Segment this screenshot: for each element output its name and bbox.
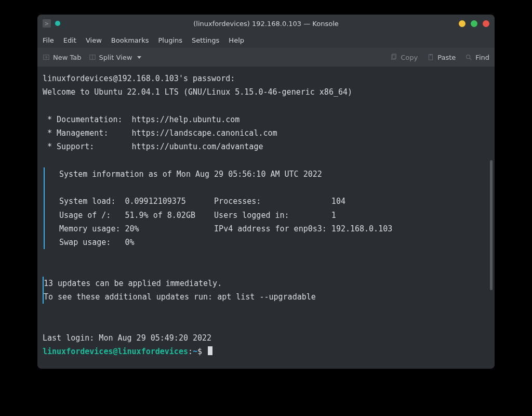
sysinfo-row: Usage of /: 51.9% of 8.02GB Users logged… [50, 211, 336, 220]
mgmt-link-line: * Management: https://landscape.canonica… [43, 128, 277, 138]
find-button[interactable]: Find [465, 54, 489, 61]
copy-icon [390, 54, 397, 61]
find-label: Find [475, 54, 489, 61]
chevron-down-icon [137, 56, 141, 59]
menu-edit[interactable]: Edit [63, 36, 76, 44]
system-info-block: System information as of Mon Aug 29 05:5… [44, 167, 487, 250]
toolbar: New Tab Split View Copy Past [37, 48, 495, 67]
close-button[interactable] [483, 20, 489, 27]
split-view-label: Split View [99, 54, 132, 61]
paste-label: Paste [437, 54, 456, 61]
updates-block: 13 updates can be applied immediately. T… [43, 277, 487, 304]
copy-label: Copy [401, 54, 418, 61]
new-tab-label: New Tab [53, 54, 82, 61]
svg-point-9 [467, 55, 470, 59]
menu-plugins[interactable]: Plugins [158, 36, 182, 44]
sysinfo-header: System information as of Mon Aug 29 05:5… [50, 170, 322, 179]
svg-rect-8 [430, 54, 432, 56]
konsole-window: > (linuxfordevices) 192.168.0.103 — Kons… [37, 15, 495, 369]
titlebar[interactable]: > (linuxfordevices) 192.168.0.103 — Kons… [37, 15, 495, 32]
last-login-line: Last login: Mon Aug 29 05:49:20 2022 [43, 333, 211, 343]
password-prompt-line: linuxfordevices@192.168.0.103's password… [43, 74, 235, 83]
svg-line-10 [470, 58, 472, 60]
maximize-button[interactable] [471, 20, 477, 27]
doc-link-line: * Documentation: https://help.ubuntu.com [43, 115, 240, 124]
app-icon: > [43, 19, 51, 28]
updates-line: 13 updates can be applied immediately. [44, 279, 222, 288]
window-title: (linuxfordevices) 192.168.0.103 — Konsol… [193, 20, 339, 28]
menu-bookmarks[interactable]: Bookmarks [111, 36, 149, 44]
menu-help[interactable]: Help [229, 36, 244, 44]
prompt-host: linuxfordevices [118, 347, 188, 356]
scrollbar[interactable] [490, 160, 493, 290]
sysinfo-row: Memory usage: 20% IPv4 address for enp0s… [50, 224, 392, 233]
prompt-user: linuxfordevices [43, 347, 113, 356]
split-view-button[interactable]: Split View [89, 54, 142, 61]
search-icon [465, 54, 472, 61]
support-link-line: * Support: https://ubuntu.com/advantage [43, 142, 263, 151]
menu-settings[interactable]: Settings [192, 36, 219, 44]
copy-button[interactable]: Copy [390, 54, 418, 61]
new-tab-icon [43, 54, 50, 61]
menu-file[interactable]: File [43, 36, 54, 44]
welcome-line: Welcome to Ubuntu 22.04.1 LTS (GNU/Linux… [43, 87, 352, 97]
new-tab-button[interactable]: New Tab [43, 54, 82, 61]
sysinfo-row: Swap usage: 0% [50, 238, 135, 247]
paste-icon [427, 54, 434, 61]
prompt-path: ~ [193, 347, 197, 356]
prompt-symbol: $ [197, 347, 202, 356]
updates-hint-line: To see these additional updates run: apt… [44, 292, 316, 302]
split-view-icon [89, 54, 96, 61]
paste-button[interactable]: Paste [427, 54, 456, 61]
sysinfo-row: System load: 0.09912109375 Processes: 10… [50, 197, 345, 206]
menu-view[interactable]: View [86, 36, 102, 44]
pin-icon[interactable] [55, 21, 60, 26]
cursor-icon [208, 346, 212, 355]
terminal-output[interactable]: linuxfordevices@192.168.0.103's password… [37, 67, 495, 369]
minimize-button[interactable] [459, 20, 466, 27]
menubar: File Edit View Bookmarks Plugins Setting… [37, 32, 495, 48]
